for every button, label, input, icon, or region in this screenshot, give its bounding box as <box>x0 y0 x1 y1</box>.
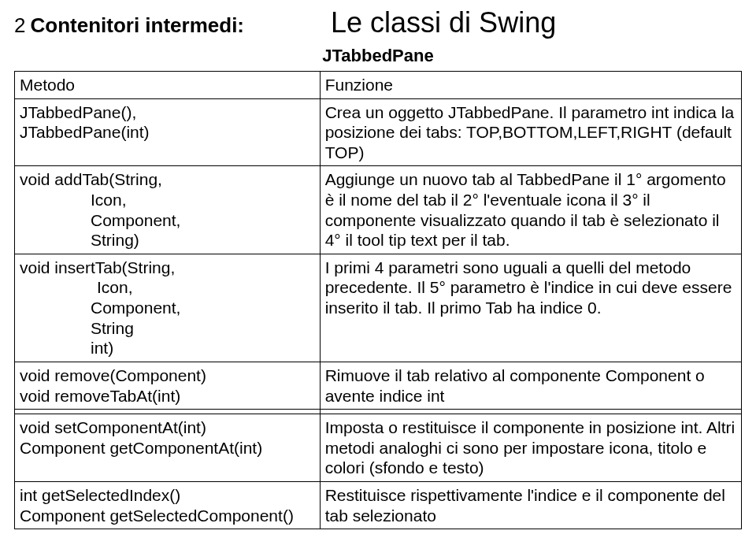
function-cell: I primi 4 parametri sono uguali a quelli… <box>320 254 741 362</box>
method-line: Component, <box>20 298 315 318</box>
function-cell: Crea un oggetto JTabbedPane. Il parametr… <box>320 98 741 166</box>
table-row: int getSelectedIndex() Component getSele… <box>15 481 742 529</box>
method-cell: void insertTab(String, Icon, Component, … <box>15 254 321 362</box>
method-line: String) <box>20 230 315 250</box>
method-line: void remove(Component) <box>20 366 206 384</box>
page-title: Le classi di Swing <box>331 6 556 39</box>
page-number: 2 <box>14 13 25 38</box>
method-line: Component getSelectedComponent() <box>20 506 294 525</box>
table-header-row: Metodo Funzione <box>15 72 742 99</box>
method-line: Icon, <box>20 277 315 298</box>
header-function: Funzione <box>320 72 741 99</box>
method-line: void addTab(String, <box>20 170 162 188</box>
method-line: JTabbedPane(int) <box>20 123 150 141</box>
method-cell: void addTab(String, Icon, Component, Str… <box>15 166 321 254</box>
method-line: void setComponentAt(int) <box>20 418 206 436</box>
method-line: void removeTabAt(int) <box>20 387 180 405</box>
function-cell: Aggiunge un nuovo tab al TabbedPane il 1… <box>320 166 741 254</box>
method-line: int getSelectedIndex() <box>20 486 180 504</box>
method-line: Icon, <box>20 190 315 210</box>
function-cell: Rimuove il tab relativo al componente Co… <box>320 362 741 409</box>
page-subtitle: Contenitori intermedi: <box>30 13 244 38</box>
method-line: Component, <box>20 210 315 231</box>
api-table: Metodo Funzione JTabbedPane(), JTabbedPa… <box>14 71 742 529</box>
function-cell: Restituisce rispettivamente l'indice e i… <box>320 481 741 529</box>
table-row: JTabbedPane(), JTabbedPane(int) Crea un … <box>15 98 742 166</box>
method-line: int) <box>20 338 315 358</box>
method-cell: void remove(Component) void removeTabAt(… <box>15 362 321 409</box>
header-method: Metodo <box>15 72 321 99</box>
function-cell: Imposta o restituisce il componente in p… <box>320 414 741 482</box>
table-row: void remove(Component) void removeTabAt(… <box>15 362 742 409</box>
method-line: void insertTab(String, <box>20 258 175 276</box>
method-line: Component getComponentAt(int) <box>20 439 262 457</box>
method-cell: JTabbedPane(), JTabbedPane(int) <box>15 98 321 166</box>
table-name: JTabbedPane <box>14 46 742 66</box>
method-cell: void setComponentAt(int) Component getCo… <box>15 414 321 482</box>
table-row: void addTab(String, Icon, Component, Str… <box>15 166 742 254</box>
method-line: String <box>20 318 315 339</box>
table-row: void insertTab(String, Icon, Component, … <box>15 254 742 362</box>
method-cell: int getSelectedIndex() Component getSele… <box>15 481 321 529</box>
method-line: JTabbedPane(), <box>20 103 136 121</box>
table-row: void setComponentAt(int) Component getCo… <box>15 414 742 482</box>
